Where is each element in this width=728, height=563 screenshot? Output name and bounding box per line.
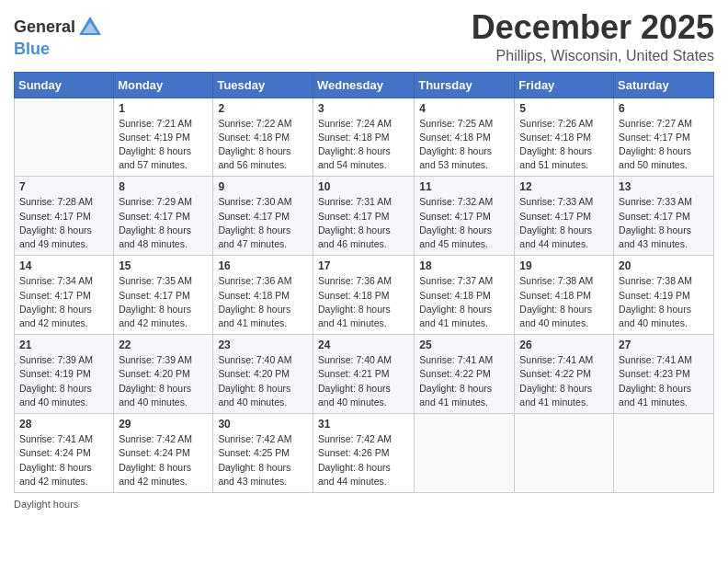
- calendar-week-row: 21 Sunrise: 7:39 AM Sunset: 4:19 PM Dayl…: [15, 335, 714, 414]
- sunrise-text: Sunrise: 7:41 AM: [19, 433, 93, 444]
- daylight-text-2: and 40 minutes.: [119, 396, 188, 408]
- sunrise-text: Sunrise: 7:40 AM: [218, 354, 291, 365]
- calendar-cell: 15 Sunrise: 7:35 AM Sunset: 4:17 PM Dayl…: [114, 256, 213, 335]
- daylight-text-2: and 40 minutes.: [19, 396, 88, 408]
- calendar-cell: 12 Sunrise: 7:33 AM Sunset: 4:17 PM Dayl…: [515, 177, 614, 256]
- daylight-text-2: and 46 minutes.: [318, 238, 387, 249]
- daylight-text: Daylight: 8 hours: [218, 145, 290, 156]
- daylight-text: Daylight: 8 hours: [419, 145, 492, 156]
- day-info: Sunrise: 7:34 AM Sunset: 4:17 PM Dayligh…: [19, 274, 108, 330]
- daylight-text: Daylight: 8 hours: [218, 304, 290, 315]
- header: General Blue December 2025 Phillips, Wis…: [14, 9, 714, 64]
- calendar-week-row: 28 Sunrise: 7:41 AM Sunset: 4:24 PM Dayl…: [15, 414, 714, 493]
- sunrise-text: Sunrise: 7:35 AM: [119, 275, 192, 286]
- sunrise-text: Sunrise: 7:39 AM: [119, 354, 192, 365]
- daylight-text-2: and 40 minutes.: [318, 396, 387, 408]
- weekday-header-friday: Friday: [515, 72, 614, 98]
- calendar-cell: 4 Sunrise: 7:25 AM Sunset: 4:18 PM Dayli…: [415, 98, 515, 177]
- day-info: Sunrise: 7:39 AM Sunset: 4:20 PM Dayligh…: [119, 353, 208, 409]
- daylight-text-2: and 44 minutes.: [318, 476, 387, 487]
- sunset-text: Sunset: 4:17 PM: [19, 290, 91, 301]
- calendar-cell: 29 Sunrise: 7:42 AM Sunset: 4:24 PM Dayl…: [114, 414, 213, 493]
- day-number: 27: [619, 339, 709, 351]
- day-info: Sunrise: 7:29 AM Sunset: 4:17 PM Dayligh…: [119, 195, 208, 251]
- sunrise-text: Sunrise: 7:25 AM: [419, 118, 493, 129]
- calendar-cell: 9 Sunrise: 7:30 AM Sunset: 4:17 PM Dayli…: [213, 177, 313, 256]
- day-number: 13: [619, 180, 709, 193]
- daylight-text: Daylight: 8 hours: [519, 145, 592, 156]
- sunset-text: Sunset: 4:18 PM: [419, 290, 491, 301]
- day-info: Sunrise: 7:42 AM Sunset: 4:25 PM Dayligh…: [218, 432, 308, 488]
- day-info: Sunrise: 7:38 AM Sunset: 4:18 PM Dayligh…: [519, 274, 609, 330]
- day-info: Sunrise: 7:30 AM Sunset: 4:17 PM Dayligh…: [218, 195, 308, 251]
- calendar-cell: 8 Sunrise: 7:29 AM Sunset: 4:17 PM Dayli…: [114, 177, 213, 256]
- daylight-text: Daylight: 8 hours: [19, 304, 92, 315]
- daylight-text: Daylight: 8 hours: [419, 224, 492, 236]
- sunset-text: Sunset: 4:24 PM: [19, 447, 91, 458]
- day-number: 28: [19, 418, 108, 431]
- daylight-text-2: and 44 minutes.: [519, 238, 588, 249]
- sunset-text: Sunset: 4:18 PM: [318, 290, 390, 301]
- day-info: Sunrise: 7:35 AM Sunset: 4:17 PM Dayligh…: [119, 274, 208, 330]
- sunrise-text: Sunrise: 7:42 AM: [218, 433, 291, 444]
- day-number: 22: [119, 339, 208, 351]
- daylight-text: Daylight: 8 hours: [218, 383, 290, 394]
- sunset-text: Sunset: 4:19 PM: [619, 290, 690, 301]
- daylight-text-2: and 41 minutes.: [519, 396, 588, 408]
- calendar-cell: [515, 414, 614, 493]
- day-info: Sunrise: 7:33 AM Sunset: 4:17 PM Dayligh…: [519, 195, 609, 251]
- day-info: Sunrise: 7:41 AM Sunset: 4:23 PM Dayligh…: [619, 353, 709, 409]
- daylight-text: Daylight: 8 hours: [318, 304, 391, 315]
- day-number: 9: [218, 180, 308, 193]
- day-number: 25: [419, 339, 509, 351]
- month-title: December 2025: [472, 9, 714, 46]
- daylight-text: Daylight: 8 hours: [318, 224, 391, 236]
- daylight-text-2: and 42 minutes.: [119, 476, 188, 487]
- daylight-text-2: and 41 minutes.: [619, 396, 688, 408]
- sunset-text: Sunset: 4:17 PM: [218, 211, 290, 222]
- calendar-cell: 23 Sunrise: 7:40 AM Sunset: 4:20 PM Dayl…: [213, 335, 313, 414]
- calendar-cell: [15, 98, 114, 177]
- sunrise-text: Sunrise: 7:24 AM: [318, 118, 392, 129]
- day-number: 26: [519, 339, 609, 351]
- sunset-text: Sunset: 4:19 PM: [19, 368, 91, 379]
- sunrise-text: Sunrise: 7:42 AM: [318, 433, 392, 444]
- sunrise-text: Sunrise: 7:41 AM: [519, 354, 593, 365]
- daylight-text: Daylight: 8 hours: [419, 304, 492, 315]
- sunset-text: Sunset: 4:17 PM: [619, 132, 690, 143]
- sunset-text: Sunset: 4:24 PM: [119, 447, 190, 458]
- sunset-text: Sunset: 4:18 PM: [419, 132, 491, 143]
- calendar-cell: 6 Sunrise: 7:27 AM Sunset: 4:17 PM Dayli…: [614, 98, 714, 177]
- sunset-text: Sunset: 4:17 PM: [419, 211, 491, 222]
- day-info: Sunrise: 7:41 AM Sunset: 4:22 PM Dayligh…: [519, 353, 609, 409]
- daylight-text-2: and 40 minutes.: [619, 317, 688, 328]
- daylight-text: Daylight: 8 hours: [519, 224, 592, 236]
- sunset-text: Sunset: 4:25 PM: [218, 447, 290, 458]
- day-number: 31: [318, 418, 409, 431]
- calendar-cell: 30 Sunrise: 7:42 AM Sunset: 4:25 PM Dayl…: [213, 414, 313, 493]
- sunset-text: Sunset: 4:20 PM: [218, 368, 290, 379]
- calendar-cell: 14 Sunrise: 7:34 AM Sunset: 4:17 PM Dayl…: [15, 256, 114, 335]
- location-title: Phillips, Wisconsin, United States: [472, 48, 714, 64]
- day-number: 14: [19, 259, 108, 272]
- sunset-text: Sunset: 4:22 PM: [419, 368, 491, 379]
- calendar-cell: 25 Sunrise: 7:41 AM Sunset: 4:22 PM Dayl…: [415, 335, 515, 414]
- daylight-text: Daylight: 8 hours: [419, 383, 492, 394]
- calendar-cell: 13 Sunrise: 7:33 AM Sunset: 4:17 PM Dayl…: [614, 177, 714, 256]
- calendar-cell: 17 Sunrise: 7:36 AM Sunset: 4:18 PM Dayl…: [313, 256, 414, 335]
- sunrise-text: Sunrise: 7:39 AM: [19, 354, 93, 365]
- calendar-cell: 10 Sunrise: 7:31 AM Sunset: 4:17 PM Dayl…: [313, 177, 414, 256]
- calendar-cell: 18 Sunrise: 7:37 AM Sunset: 4:18 PM Dayl…: [415, 256, 515, 335]
- sunset-text: Sunset: 4:17 PM: [519, 211, 591, 222]
- daylight-text: Daylight: 8 hours: [619, 383, 691, 394]
- sunrise-text: Sunrise: 7:41 AM: [419, 354, 493, 365]
- day-number: 23: [218, 339, 308, 351]
- calendar-cell: 11 Sunrise: 7:32 AM Sunset: 4:17 PM Dayl…: [415, 177, 515, 256]
- sunset-text: Sunset: 4:17 PM: [318, 211, 390, 222]
- sunset-text: Sunset: 4:22 PM: [519, 368, 591, 379]
- calendar-cell: 7 Sunrise: 7:28 AM Sunset: 4:17 PM Dayli…: [15, 177, 114, 256]
- day-info: Sunrise: 7:38 AM Sunset: 4:19 PM Dayligh…: [619, 274, 709, 330]
- day-number: 16: [218, 259, 308, 272]
- sunset-text: Sunset: 4:21 PM: [318, 368, 390, 379]
- daylight-text-2: and 53 minutes.: [419, 159, 488, 170]
